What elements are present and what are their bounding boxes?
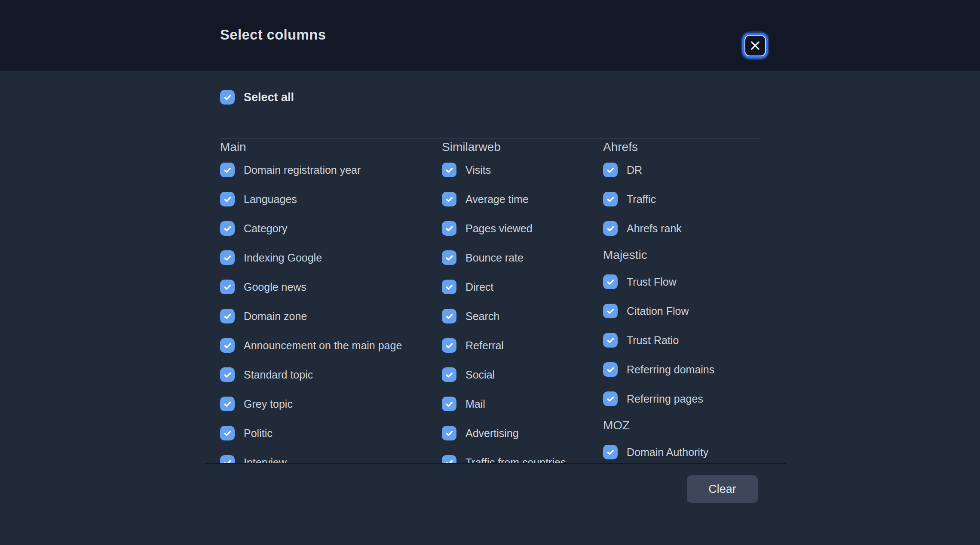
option-label: Referring domains	[627, 363, 714, 376]
group-header-main: Main	[220, 139, 431, 155]
option-standard-topic[interactable]: Standard topic	[220, 360, 431, 389]
option-politic[interactable]: Politic	[220, 419, 431, 448]
checkbox-checked[interactable]	[220, 250, 235, 265]
checkbox-checked[interactable]	[220, 221, 235, 236]
modal-title: Select columns	[220, 27, 326, 43]
checkbox-checked[interactable]	[603, 221, 618, 236]
checkbox-checked[interactable]	[442, 309, 456, 323]
check-icon	[445, 195, 454, 204]
option-label: Languages	[244, 193, 297, 206]
option-indexing-google[interactable]: Indexing Google	[220, 243, 431, 272]
check-icon	[223, 283, 232, 292]
option-label: Average time	[466, 193, 529, 206]
select-all-row[interactable]: Select all	[220, 89, 294, 105]
option-trust-ratio[interactable]: Trust Ratio	[603, 326, 784, 355]
checkbox-checked[interactable]	[220, 163, 235, 177]
option-google-news[interactable]: Google news	[220, 272, 431, 302]
option-label: Domain Authority	[627, 446, 708, 459]
check-icon	[606, 365, 615, 374]
checkbox-checked[interactable]	[603, 192, 618, 206]
option-announcement-on-the-main-page[interactable]: Announcement on the main page	[220, 331, 431, 360]
checkbox-checked[interactable]	[442, 397, 456, 411]
checkbox-checked[interactable]	[442, 280, 456, 294]
checkbox-checked[interactable]	[603, 274, 618, 289]
clear-button[interactable]: Clear	[687, 475, 758, 503]
close-button[interactable]	[744, 35, 766, 56]
option-trust-flow[interactable]: Trust Flow	[603, 267, 784, 296]
option-referring-pages[interactable]: Referring pages	[603, 384, 784, 413]
checkbox-checked[interactable]	[220, 367, 235, 382]
option-direct[interactable]: Direct	[442, 272, 599, 302]
check-icon	[445, 312, 454, 321]
check-icon	[445, 458, 454, 463]
select-columns-modal: Select columns Select all Main Domain re…	[0, 0, 980, 545]
option-dr[interactable]: DR	[603, 155, 784, 185]
option-bounce-rate[interactable]: Bounce rate	[442, 243, 599, 272]
checkbox-checked[interactable]	[603, 333, 618, 348]
option-domain-authority[interactable]: Domain Authority	[603, 437, 784, 463]
columns-scroll-area[interactable]: Main Domain registration year Languages …	[205, 139, 786, 463]
check-icon	[223, 224, 232, 233]
checkbox-checked[interactable]	[603, 445, 618, 459]
checkbox-checked[interactable]	[220, 192, 235, 206]
option-social[interactable]: Social	[442, 360, 599, 389]
option-label: Mail	[466, 398, 485, 410]
option-label: Direct	[466, 281, 493, 293]
option-languages[interactable]: Languages	[220, 185, 431, 214]
checkbox-checked[interactable]	[603, 304, 618, 318]
checkbox-checked[interactable]	[442, 455, 456, 463]
checkbox-checked[interactable]	[442, 221, 456, 236]
checkbox-checked[interactable]	[442, 163, 456, 177]
checkbox-checked[interactable]	[603, 391, 618, 406]
checkbox-checked[interactable]	[220, 309, 235, 323]
checkbox-checked[interactable]	[220, 455, 235, 463]
check-icon	[445, 370, 454, 379]
check-icon	[445, 224, 454, 233]
option-label: Referring pages	[627, 393, 703, 405]
check-icon	[606, 336, 615, 345]
checkbox-checked[interactable]	[603, 362, 618, 377]
option-interview[interactable]: Interview	[220, 448, 431, 463]
option-label: Trust Ratio	[627, 334, 679, 347]
option-domain-zone[interactable]: Domain zone	[220, 302, 431, 331]
option-ahrefs-rank[interactable]: Ahrefs rank	[603, 214, 784, 243]
group-header-ahrefs: Ahrefs	[603, 139, 784, 155]
option-category[interactable]: Category	[220, 214, 431, 243]
option-label: Domain zone	[244, 310, 307, 323]
check-icon	[606, 224, 615, 233]
check-icon	[223, 341, 232, 350]
checkbox-checked[interactable]	[442, 426, 456, 440]
checkbox-checked[interactable]	[442, 250, 456, 265]
option-average-time[interactable]: Average time	[442, 185, 599, 214]
option-traffic-from-countries[interactable]: Traffic from countries	[442, 448, 599, 463]
column-ahrefs-majestic-moz: Ahrefs DR Traffic Ahrefs rank Majestic T…	[603, 139, 784, 463]
option-search[interactable]: Search	[442, 302, 599, 331]
checkbox-checked[interactable]	[220, 397, 235, 411]
option-label: Standard topic	[244, 369, 313, 381]
option-traffic[interactable]: Traffic	[603, 185, 784, 214]
option-referring-domains[interactable]: Referring domains	[603, 355, 784, 384]
option-visits[interactable]: Visits	[442, 155, 599, 185]
select-all-label: Select all	[244, 91, 294, 104]
option-grey-topic[interactable]: Grey topic	[220, 389, 431, 419]
select-all-checkbox[interactable]	[220, 90, 235, 105]
group-header-similarweb: Similarweb	[442, 139, 599, 155]
checkbox-checked[interactable]	[220, 426, 235, 440]
option-advertising[interactable]: Advertising	[442, 419, 599, 448]
option-referral[interactable]: Referral	[442, 331, 599, 360]
checkbox-checked[interactable]	[442, 367, 456, 382]
option-label: DR	[627, 164, 642, 176]
checkbox-checked[interactable]	[442, 338, 456, 353]
option-citation-flow[interactable]: Citation Flow	[603, 296, 784, 326]
checkbox-checked[interactable]	[220, 338, 235, 353]
check-icon	[223, 429, 232, 438]
checkbox-checked[interactable]	[603, 163, 618, 177]
check-icon	[606, 166, 615, 175]
option-mail[interactable]: Mail	[442, 389, 599, 419]
option-label: Ahrefs rank	[627, 222, 682, 235]
option-label: Trust Flow	[627, 276, 677, 288]
checkbox-checked[interactable]	[442, 192, 456, 206]
option-domain-registration-year[interactable]: Domain registration year	[220, 155, 431, 185]
checkbox-checked[interactable]	[220, 280, 235, 294]
option-pages-viewed[interactable]: Pages viewed	[442, 214, 599, 243]
